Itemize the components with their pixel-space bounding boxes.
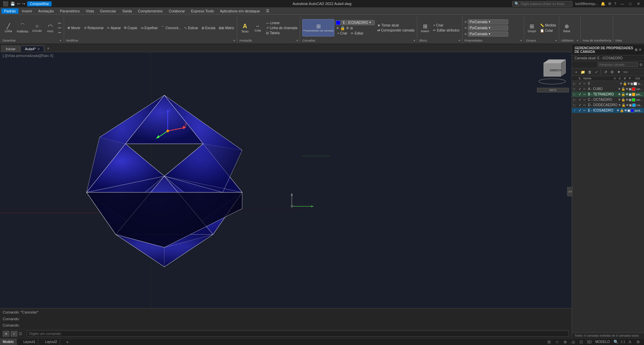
zoom-icon[interactable]: 🔍: [612, 339, 619, 345]
layer-dropdown[interactable]: E - ICOSAEDRO ▼: [341, 20, 375, 25]
new-tab-btn[interactable]: +: [45, 45, 52, 52]
menu-saida[interactable]: Saída: [119, 8, 135, 14]
draw-more-3[interactable]: ▪▪▪: [57, 30, 62, 34]
anotacao-expand[interactable]: ▼: [296, 39, 299, 42]
list-item[interactable]: ▷ ✓ ✏ A - CUBO ☀ 🔓 ❄ ▣ ver...: [572, 86, 644, 92]
esticar-btn[interactable]: ⤡ Esticar: [183, 26, 200, 30]
medida-btn[interactable]: 📏 Medida: [539, 23, 557, 27]
linha-chamada-btn[interactable]: ↗ Linha de chamada: [265, 26, 299, 30]
editar-btn[interactable]: ✏ Editar: [350, 31, 365, 36]
menu-parametrico[interactable]: Paramétrico: [57, 8, 83, 14]
base-btn[interactable]: ⊕ Base: [561, 19, 573, 37]
tabela-btn[interactable]: ⊟ Tabela: [265, 31, 299, 35]
cota-btn[interactable]: ↔ Cota: [252, 19, 263, 37]
linha-btn[interactable]: ╱ Linha: [3, 19, 14, 37]
utilitarios-expand[interactable]: ▼: [576, 39, 579, 42]
layer-expand2-btn[interactable]: >>: [623, 69, 629, 75]
layer-folder-btn[interactable]: 📁: [580, 69, 586, 75]
command-input[interactable]: [27, 331, 569, 337]
linear-btn[interactable]: — Linear: [265, 21, 299, 25]
porcamada-dropdown-3[interactable]: PorCamada▼: [468, 31, 508, 37]
desenhar-expand[interactable]: ▼: [59, 39, 62, 42]
criar-bloco-btn[interactable]: + Criar: [432, 23, 461, 27]
annotation-scale[interactable]: A: [627, 339, 633, 345]
propriedades-camada-btn[interactable]: ⊞ Propriedades da camada: [302, 19, 334, 37]
notification-icon[interactable]: 🔔: [601, 2, 605, 6]
arco-btn[interactable]: ◠ Arco: [45, 19, 56, 37]
layer-icon-2[interactable]: 🔒: [340, 26, 345, 30]
tab-modelo[interactable]: Modelo: [0, 339, 17, 345]
cmd-check-btn[interactable]: ✓: [11, 331, 17, 337]
layer-refresh-btn[interactable]: ↺: [602, 69, 608, 75]
minimize-btn[interactable]: —: [619, 2, 625, 6]
rotacionar-btn[interactable]: ↺ Rotacionar: [83, 26, 105, 30]
inserir-bloco-btn[interactable]: ⊞ Inserir: [419, 19, 431, 37]
grupos-expand[interactable]: ▼: [555, 39, 557, 42]
texto-btn[interactable]: A Texto: [239, 19, 251, 37]
menu-more[interactable]: ☰: [263, 8, 272, 14]
cmd-x-btn[interactable]: ✕: [3, 331, 9, 337]
layer-icon-3[interactable]: ❄: [346, 26, 349, 30]
search-input[interactable]: [521, 2, 570, 6]
new-layout-btn[interactable]: +: [64, 339, 71, 345]
tab-layout2[interactable]: Layout2: [42, 339, 60, 345]
menu-padrão[interactable]: Padrão: [1, 8, 18, 14]
concord-btn[interactable]: ⌒ Concord...: [160, 25, 182, 30]
close-tab-icon[interactable]: ✕: [37, 47, 40, 51]
mover-btn[interactable]: ✥ Mover: [66, 26, 82, 30]
colar-btn[interactable]: 📋 Colar: [539, 28, 557, 33]
tab-aula4[interactable]: Aula4* ✕: [20, 46, 44, 52]
viewport[interactable]: [-][Vista personalizada][Raio X]: [0, 52, 572, 308]
menu-vista[interactable]: Vista: [83, 8, 97, 14]
workspace-icon[interactable]: ⚙: [635, 339, 641, 345]
menu-aplicativos[interactable]: Aplicativos em destaque: [217, 8, 263, 14]
collapse-panel-btn[interactable]: S. >>: [567, 187, 573, 197]
espelhar-btn[interactable]: ⇔ Espelhar: [140, 26, 159, 30]
menu-colaborar[interactable]: Colaborar: [166, 8, 187, 14]
tomar-atual-btn[interactable]: ★ Tomar atual: [376, 23, 416, 27]
layer-settings-btn[interactable]: ⚙: [639, 63, 643, 67]
layer-current-btn[interactable]: ✓: [593, 69, 599, 75]
layer-delete-btn[interactable]: 🗑: [587, 69, 593, 75]
escala-btn[interactable]: ⊞ Escala: [200, 26, 217, 30]
list-item[interactable]: ▷ ✓ ✏ C - OCTAEDRO ☀ 🔓 ❄ ▣ ver...: [572, 97, 644, 102]
matriz-btn[interactable]: ⊞⊞ Matriz: [217, 26, 235, 30]
layer-icon-1[interactable]: ☀: [336, 26, 339, 30]
object-snap-icon[interactable]: ⊡: [578, 339, 585, 345]
list-item[interactable]: ▷ ✓ ✏ 0 ☀ 🔓 ❄ ▣ br...: [572, 81, 644, 86]
menu-gerenciar[interactable]: Gerenciar: [97, 8, 119, 14]
tab-layout1[interactable]: Layout1: [21, 339, 39, 345]
ortho-icon[interactable]: ⊕: [562, 339, 569, 345]
editar-atributos-btn[interactable]: ✏ Editar atributos: [432, 28, 461, 32]
close-btn[interactable]: ✕: [636, 2, 641, 6]
snap-icon[interactable]: ⊞: [546, 339, 552, 345]
layer-settings-btn2[interactable]: ⚙: [609, 69, 615, 75]
camadas-expand[interactable]: ▼: [413, 39, 416, 42]
help-icon[interactable]: ?: [614, 2, 616, 6]
layer-new-btn[interactable]: +: [573, 69, 579, 75]
menu-anotacao[interactable]: Anotação: [36, 8, 56, 14]
layer-panel-close-btn[interactable]: ✕: [639, 48, 641, 52]
propriedades-expand[interactable]: ▼: [520, 39, 523, 42]
circulo-btn[interactable]: ○ Círculo: [31, 19, 43, 37]
modificar-expand[interactable]: ▼: [233, 39, 235, 42]
porcamada-dropdown-1[interactable]: PorCamada▼: [468, 19, 508, 24]
corresponder-camada-btn[interactable]: ⇄ Corresponder camada: [376, 28, 416, 32]
list-item[interactable]: ▷ ✓ ✏ B - TETRAEDRO ☀ 🔓 ❄ ▣ am...: [572, 92, 644, 97]
layer-search-input[interactable]: [598, 62, 638, 67]
draw-more-1[interactable]: ▪▪▪: [57, 21, 62, 25]
copiar-btn[interactable]: ⧉ Copiar: [123, 25, 139, 30]
criar-btn[interactable]: + Criar: [336, 31, 349, 36]
menu-complementos[interactable]: Complementos: [135, 8, 165, 14]
list-item[interactable]: ✓ ✓ ✏ E - ICOSAEDRO ☀ 🔓 ❄ ▣ azul...: [572, 108, 644, 113]
tab-iniciar[interactable]: Iniciar: [1, 46, 20, 52]
porcamada-dropdown-2[interactable]: PorCamada▼: [468, 25, 508, 30]
grid-icon[interactable]: ⊹: [554, 339, 560, 345]
layer-filter-btn[interactable]: ▼: [616, 69, 622, 75]
share-button[interactable]: Compartilhar: [27, 1, 52, 6]
settings-icon[interactable]: ⚙: [608, 2, 611, 6]
undo-icon[interactable]: ↩: [17, 2, 20, 6]
maximize-btn[interactable]: □: [628, 2, 633, 6]
polilinha-btn[interactable]: ⌒ Polilinha: [15, 19, 30, 37]
draw-more-2[interactable]: ▪▪▪: [57, 26, 62, 30]
